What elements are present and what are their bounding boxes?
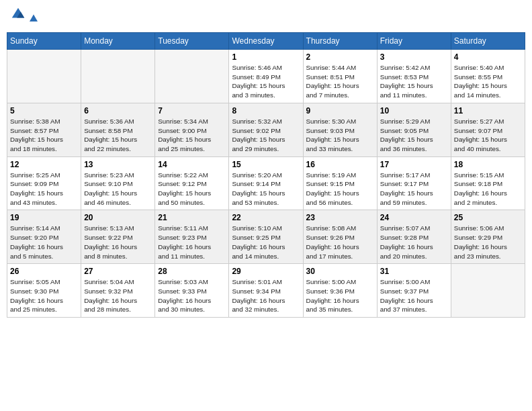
day-info: Sunrise: 5:46 AM Sunset: 8:49 PM Dayligh… bbox=[232, 63, 300, 100]
calendar-week-3: 12Sunrise: 5:25 AM Sunset: 9:09 PM Dayli… bbox=[7, 156, 525, 210]
calendar-cell: 19Sunrise: 5:14 AM Sunset: 9:20 PM Dayli… bbox=[7, 210, 81, 264]
day-number: 29 bbox=[232, 267, 300, 276]
calendar-week-5: 26Sunrise: 5:05 AM Sunset: 9:30 PM Dayli… bbox=[7, 264, 525, 318]
day-number: 5 bbox=[10, 106, 78, 116]
day-info: Sunrise: 5:13 AM Sunset: 9:22 PM Dayligh… bbox=[84, 224, 152, 261]
calendar-cell: 18Sunrise: 5:15 AM Sunset: 9:18 PM Dayli… bbox=[451, 156, 525, 210]
calendar-cell: 30Sunrise: 5:00 AM Sunset: 9:36 PM Dayli… bbox=[303, 264, 377, 318]
day-number: 15 bbox=[232, 160, 300, 169]
day-info: Sunrise: 5:17 AM Sunset: 9:17 PM Dayligh… bbox=[380, 171, 448, 208]
col-header-tuesday: Tuesday bbox=[155, 33, 229, 50]
calendar-cell: 13Sunrise: 5:23 AM Sunset: 9:10 PM Dayli… bbox=[81, 156, 155, 210]
day-number: 17 bbox=[380, 160, 448, 169]
calendar-table: SundayMondayTuesdayWednesdayThursdayFrid… bbox=[7, 32, 525, 318]
calendar-cell: 10Sunrise: 5:29 AM Sunset: 9:05 PM Dayli… bbox=[377, 103, 451, 156]
day-info: Sunrise: 5:03 AM Sunset: 9:33 PM Dayligh… bbox=[158, 277, 226, 314]
day-number: 26 bbox=[10, 267, 78, 276]
calendar-cell: 15Sunrise: 5:20 AM Sunset: 9:14 PM Dayli… bbox=[229, 156, 303, 210]
calendar-cell: 1Sunrise: 5:46 AM Sunset: 8:49 PM Daylig… bbox=[229, 50, 303, 103]
calendar-cell bbox=[81, 50, 155, 103]
calendar-cell: 12Sunrise: 5:25 AM Sunset: 9:09 PM Dayli… bbox=[7, 156, 81, 210]
calendar-cell: 11Sunrise: 5:27 AM Sunset: 9:07 PM Dayli… bbox=[451, 103, 525, 156]
calendar-cell: 16Sunrise: 5:19 AM Sunset: 9:15 PM Dayli… bbox=[303, 156, 377, 210]
calendar-week-1: 1Sunrise: 5:46 AM Sunset: 8:49 PM Daylig… bbox=[7, 50, 525, 103]
day-info: Sunrise: 5:32 AM Sunset: 9:02 PM Dayligh… bbox=[232, 117, 300, 154]
calendar-cell: 27Sunrise: 5:04 AM Sunset: 9:32 PM Dayli… bbox=[81, 264, 155, 318]
day-info: Sunrise: 5:19 AM Sunset: 9:15 PM Dayligh… bbox=[306, 171, 374, 208]
calendar-cell: 6Sunrise: 5:36 AM Sunset: 8:58 PM Daylig… bbox=[81, 103, 155, 156]
col-header-sunday: Sunday bbox=[7, 33, 81, 50]
calendar-cell: 3Sunrise: 5:42 AM Sunset: 8:53 PM Daylig… bbox=[377, 50, 451, 103]
day-info: Sunrise: 5:38 AM Sunset: 8:57 PM Dayligh… bbox=[10, 117, 78, 154]
day-info: Sunrise: 5:25 AM Sunset: 9:09 PM Dayligh… bbox=[10, 171, 78, 208]
day-number: 6 bbox=[84, 106, 152, 116]
day-info: Sunrise: 5:01 AM Sunset: 9:34 PM Dayligh… bbox=[232, 277, 300, 314]
day-number: 9 bbox=[306, 106, 374, 116]
day-info: Sunrise: 5:22 AM Sunset: 9:12 PM Dayligh… bbox=[158, 171, 226, 208]
calendar-cell: 25Sunrise: 5:06 AM Sunset: 9:29 PM Dayli… bbox=[451, 210, 525, 264]
calendar-cell: 26Sunrise: 5:05 AM Sunset: 9:30 PM Dayli… bbox=[7, 264, 81, 318]
calendar-cell: 20Sunrise: 5:13 AM Sunset: 9:22 PM Dayli… bbox=[81, 210, 155, 264]
calendar-cell: 22Sunrise: 5:10 AM Sunset: 9:25 PM Dayli… bbox=[229, 210, 303, 264]
day-number: 14 bbox=[158, 160, 226, 169]
calendar-cell: 21Sunrise: 5:11 AM Sunset: 9:23 PM Dayli… bbox=[155, 210, 229, 264]
day-info: Sunrise: 5:20 AM Sunset: 9:14 PM Dayligh… bbox=[232, 171, 300, 208]
day-number: 28 bbox=[158, 267, 226, 276]
day-number: 2 bbox=[306, 52, 374, 62]
calendar-week-2: 5Sunrise: 5:38 AM Sunset: 8:57 PM Daylig… bbox=[7, 103, 525, 156]
calendar-cell: 5Sunrise: 5:38 AM Sunset: 8:57 PM Daylig… bbox=[7, 103, 81, 156]
day-number: 21 bbox=[158, 213, 226, 222]
col-header-wednesday: Wednesday bbox=[229, 33, 303, 50]
day-number: 30 bbox=[306, 267, 374, 276]
calendar-cell: 29Sunrise: 5:01 AM Sunset: 9:34 PM Dayli… bbox=[229, 264, 303, 318]
day-number: 1 bbox=[232, 52, 300, 62]
calendar-cell: 2Sunrise: 5:44 AM Sunset: 8:51 PM Daylig… bbox=[303, 50, 377, 103]
day-info: Sunrise: 5:36 AM Sunset: 8:58 PM Dayligh… bbox=[84, 117, 152, 154]
day-number: 22 bbox=[232, 213, 300, 222]
day-number: 25 bbox=[454, 213, 522, 222]
day-info: Sunrise: 5:04 AM Sunset: 9:32 PM Dayligh… bbox=[84, 277, 152, 314]
calendar-cell bbox=[451, 264, 525, 318]
day-info: Sunrise: 5:34 AM Sunset: 9:00 PM Dayligh… bbox=[158, 117, 226, 154]
day-info: Sunrise: 5:06 AM Sunset: 9:29 PM Dayligh… bbox=[454, 224, 522, 261]
day-info: Sunrise: 5:42 AM Sunset: 8:53 PM Dayligh… bbox=[380, 63, 448, 100]
logo bbox=[11, 9, 40, 24]
day-number: 13 bbox=[84, 160, 152, 169]
day-info: Sunrise: 5:00 AM Sunset: 9:37 PM Dayligh… bbox=[380, 277, 448, 314]
day-info: Sunrise: 5:29 AM Sunset: 9:05 PM Dayligh… bbox=[380, 117, 448, 154]
day-number: 19 bbox=[10, 213, 78, 222]
day-info: Sunrise: 5:07 AM Sunset: 9:28 PM Dayligh… bbox=[380, 224, 448, 261]
day-info: Sunrise: 5:23 AM Sunset: 9:10 PM Dayligh… bbox=[84, 171, 152, 208]
day-number: 16 bbox=[306, 160, 374, 169]
col-header-thursday: Thursday bbox=[303, 33, 377, 50]
calendar-cell: 4Sunrise: 5:40 AM Sunset: 8:55 PM Daylig… bbox=[451, 50, 525, 103]
col-header-friday: Friday bbox=[377, 33, 451, 50]
day-number: 31 bbox=[380, 267, 448, 276]
day-number: 10 bbox=[380, 106, 448, 116]
calendar-cell: 17Sunrise: 5:17 AM Sunset: 9:17 PM Dayli… bbox=[377, 156, 451, 210]
logo-icon bbox=[11, 7, 26, 21]
svg-marker-2 bbox=[30, 14, 38, 21]
calendar-cell: 28Sunrise: 5:03 AM Sunset: 9:33 PM Dayli… bbox=[155, 264, 229, 318]
calendar-cell: 31Sunrise: 5:00 AM Sunset: 9:37 PM Dayli… bbox=[377, 264, 451, 318]
day-info: Sunrise: 5:30 AM Sunset: 9:03 PM Dayligh… bbox=[306, 117, 374, 154]
day-info: Sunrise: 5:11 AM Sunset: 9:23 PM Dayligh… bbox=[158, 224, 226, 261]
day-info: Sunrise: 5:15 AM Sunset: 9:18 PM Dayligh… bbox=[454, 171, 522, 208]
col-header-saturday: Saturday bbox=[451, 33, 525, 50]
calendar-cell: 24Sunrise: 5:07 AM Sunset: 9:28 PM Dayli… bbox=[377, 210, 451, 264]
calendar-cell: 8Sunrise: 5:32 AM Sunset: 9:02 PM Daylig… bbox=[229, 103, 303, 156]
day-info: Sunrise: 5:08 AM Sunset: 9:26 PM Dayligh… bbox=[306, 224, 374, 261]
day-number: 4 bbox=[454, 52, 522, 62]
day-number: 12 bbox=[10, 160, 78, 169]
calendar-cell: 23Sunrise: 5:08 AM Sunset: 9:26 PM Dayli… bbox=[303, 210, 377, 264]
day-info: Sunrise: 5:40 AM Sunset: 8:55 PM Dayligh… bbox=[454, 63, 522, 100]
calendar-week-4: 19Sunrise: 5:14 AM Sunset: 9:20 PM Dayli… bbox=[7, 210, 525, 264]
day-number: 7 bbox=[158, 106, 226, 116]
calendar-cell bbox=[7, 50, 81, 103]
day-number: 24 bbox=[380, 213, 448, 222]
day-number: 11 bbox=[454, 106, 522, 116]
day-number: 20 bbox=[84, 213, 152, 222]
day-number: 3 bbox=[380, 52, 448, 62]
calendar-cell bbox=[155, 50, 229, 103]
day-number: 18 bbox=[454, 160, 522, 169]
